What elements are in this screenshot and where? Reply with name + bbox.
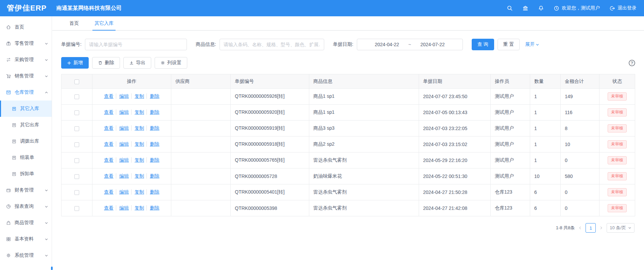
export-button[interactable]: 导出 [123, 57, 151, 69]
sidebar-item-other-outbound[interactable]: 其它出库 [0, 117, 52, 133]
prev-page-icon[interactable] [578, 226, 582, 230]
sidebar-item-home[interactable]: 首页 [0, 19, 52, 35]
tab-home[interactable]: 首页 [69, 16, 79, 30]
logout-button[interactable]: 退出登录 [609, 5, 637, 11]
add-button-label: 新增 [73, 60, 83, 66]
sidebar-item-warehouse[interactable]: 仓库管理 [0, 84, 52, 101]
sidebar-item-products[interactable]: 商品管理 [0, 215, 52, 231]
sidebar-item-retail[interactable]: 零售管理 [0, 35, 52, 52]
company-name: 南通某某网络科技有限公司 [56, 5, 122, 12]
page-size-select[interactable]: 10 条/页 [607, 223, 634, 233]
delete-link[interactable]: 删除 [146, 141, 159, 147]
sidebar-item-basic-data[interactable]: 基本资料 [0, 231, 52, 247]
copy-link[interactable]: 复制 [131, 189, 144, 195]
delete-link[interactable]: 删除 [146, 125, 159, 131]
view-link[interactable]: 查看 [104, 205, 114, 211]
edit-link[interactable]: 编辑 [116, 173, 129, 179]
bell-icon[interactable] [538, 5, 544, 11]
cell-qty: 1 [530, 121, 561, 137]
edit-link[interactable]: 编辑 [116, 109, 129, 115]
copy-link[interactable]: 复制 [131, 205, 144, 211]
sales-cart-icon [6, 73, 11, 79]
row-checkbox[interactable] [74, 94, 79, 99]
page-number[interactable]: 1 [586, 223, 596, 233]
edit-link[interactable]: 编辑 [116, 205, 129, 211]
delete-link[interactable]: 删除 [146, 109, 159, 115]
status-badge: 未审核 [608, 108, 627, 116]
column-settings-button[interactable]: 列设置 [155, 57, 187, 69]
date-range-picker[interactable]: 2024-04-22 ~ 2024-07-22 [357, 39, 463, 50]
sidebar-item-purchase[interactable]: 采购管理 [0, 52, 52, 68]
sidebar-item-other-inbound[interactable]: 其它入库 [0, 101, 52, 117]
sidebar-item-sales[interactable]: 销售管理 [0, 68, 52, 84]
copy-link[interactable]: 复制 [131, 109, 144, 115]
welcome-user[interactable]: 欢迎您，测试用户 [554, 5, 600, 11]
form-icon [12, 123, 17, 128]
view-link[interactable]: 查看 [104, 125, 114, 131]
chevron-down-icon [628, 226, 631, 230]
copy-link[interactable]: 复制 [131, 173, 144, 179]
sidebar-scrollbar-thumb[interactable] [51, 267, 53, 270]
date-to[interactable]: 2024-07-22 [413, 42, 453, 47]
reset-button[interactable]: 重 置 [498, 39, 520, 50]
edit-link[interactable]: 编辑 [116, 157, 129, 163]
row-checkbox[interactable] [74, 110, 79, 115]
delete-link[interactable]: 删除 [146, 205, 159, 211]
select-all-checkbox[interactable] [74, 79, 79, 84]
chevron-down-icon [45, 237, 48, 241]
view-link[interactable]: 查看 [104, 141, 114, 147]
row-checkbox[interactable] [74, 190, 79, 195]
copy-link[interactable]: 复制 [131, 157, 144, 163]
copy-link[interactable]: 复制 [131, 141, 144, 147]
view-link[interactable]: 查看 [104, 189, 114, 195]
sidebar-item-label: 其它出库 [20, 122, 48, 128]
row-checkbox[interactable] [74, 206, 79, 211]
view-link[interactable]: 查看 [104, 173, 114, 179]
row-checkbox[interactable] [74, 158, 79, 163]
row-checkbox[interactable] [74, 142, 79, 147]
sidebar-item-finance[interactable]: 财务管理 [0, 182, 52, 198]
help-icon[interactable]: ? [629, 60, 635, 66]
sidebar-item-label: 调拨出库 [20, 138, 48, 144]
search-icon[interactable] [507, 5, 513, 11]
cell-product: 雷达杀虫气雾剂 [309, 152, 419, 168]
view-link[interactable]: 查看 [104, 93, 114, 99]
delete-link[interactable]: 删除 [146, 157, 159, 163]
row-operations: 查看编辑复制删除 [104, 141, 159, 147]
copy-link[interactable]: 复制 [131, 93, 144, 99]
sidebar-item-assembly[interactable]: 组装单 [0, 149, 52, 166]
view-link[interactable]: 查看 [104, 157, 114, 163]
expand-link[interactable]: 展开 [525, 41, 539, 48]
product-info-label: 商品信息: [196, 41, 216, 48]
delete-link[interactable]: 删除 [146, 189, 159, 195]
tab-label: 其它入库 [94, 20, 114, 26]
chevron-down-icon [45, 205, 48, 209]
copy-link[interactable]: 复制 [131, 125, 144, 131]
delete-link[interactable]: 删除 [146, 173, 159, 179]
sidebar-item-reports[interactable]: 报表查询 [0, 198, 52, 215]
content: 单据编号: 商品信息: 单据日期: 2024-04-22 ~ 2024-07-2… [52, 39, 644, 233]
tab-other-inbound[interactable]: 其它入库 [94, 16, 114, 30]
row-checkbox[interactable] [74, 174, 79, 179]
search-button[interactable]: 查 询 [472, 39, 494, 50]
date-from[interactable]: 2024-04-22 [367, 42, 407, 47]
product-info-input[interactable] [220, 39, 324, 50]
add-button[interactable]: 新增 [61, 57, 89, 69]
delete-button[interactable]: 删除 [92, 57, 120, 69]
next-page-icon[interactable] [599, 226, 603, 230]
edit-link[interactable]: 编辑 [116, 141, 129, 147]
sidebar-item-system[interactable]: 系统管理 [0, 247, 52, 264]
sidebar-item-label: 销售管理 [15, 73, 45, 79]
bank-icon[interactable] [522, 5, 528, 11]
edit-link[interactable]: 编辑 [116, 125, 129, 131]
bill-no-input[interactable] [85, 39, 187, 50]
view-link[interactable]: 查看 [104, 109, 114, 115]
table-row: 查看编辑复制删除 QTRK00000005926[转] 商品1 sp1 2024… [62, 89, 635, 105]
delete-link[interactable]: 删除 [146, 93, 159, 99]
sidebar-item-transfer-outbound[interactable]: 调拨出库 [0, 133, 52, 149]
sidebar-item-disassembly[interactable]: 拆卸单 [0, 166, 52, 182]
edit-link[interactable]: 编辑 [116, 189, 129, 195]
edit-link[interactable]: 编辑 [116, 93, 129, 99]
cell-amount: 116 [561, 105, 599, 121]
row-checkbox[interactable] [74, 126, 79, 131]
